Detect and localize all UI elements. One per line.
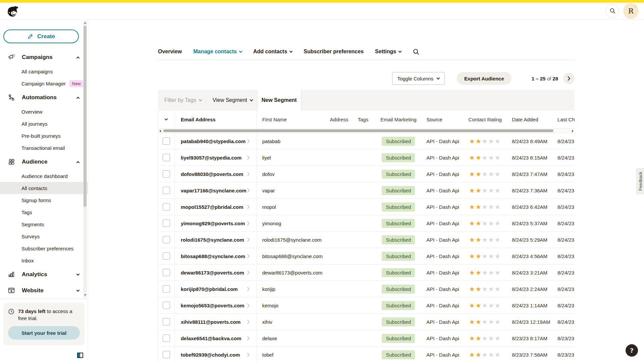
horizontal-scrollbar[interactable] xyxy=(158,128,575,133)
row-checkbox[interactable] xyxy=(163,187,170,194)
toggle-columns-button[interactable]: Toggle Columns xyxy=(392,72,445,85)
sidebar-scrollbar[interactable] xyxy=(83,21,87,297)
scroll-left-arrow-icon[interactable] xyxy=(159,130,161,132)
sidebar-item-pre-built-journeys[interactable]: Pre-built journeys xyxy=(0,130,88,142)
sidebar-section-analytics[interactable]: Analytics xyxy=(0,266,88,283)
chevron-right-icon[interactable] xyxy=(247,353,250,357)
sidebar-section-campaigns[interactable]: Campaigns xyxy=(0,49,88,65)
row-checkbox[interactable] xyxy=(163,137,170,145)
contact-email[interactable]: tobef92939@chodyi.com xyxy=(181,352,240,358)
sidebar-item-transactional-email[interactable]: Transactional email xyxy=(0,142,88,154)
row-checkbox[interactable] xyxy=(163,285,170,293)
tab-overview[interactable]: Overview xyxy=(158,49,182,55)
chevron-right-icon[interactable] xyxy=(247,320,250,324)
contact-email[interactable]: liyel93057@stypedia.com xyxy=(181,155,241,161)
row-checkbox[interactable] xyxy=(163,351,170,358)
chevron-right-icon[interactable] xyxy=(247,188,250,193)
tab-settings[interactable]: Settings xyxy=(375,49,401,55)
contact-email[interactable]: dewar86173@poverts.com xyxy=(181,270,244,276)
column-first-name[interactable]: First Name xyxy=(257,117,326,122)
row-checkbox[interactable] xyxy=(163,236,170,243)
row-checkbox[interactable] xyxy=(163,318,170,325)
select-all-dropdown[interactable] xyxy=(158,111,175,128)
column-email[interactable]: Email Address xyxy=(181,117,216,122)
sidebar-item-audience-dashboard[interactable]: Audience dashboard xyxy=(0,170,88,182)
column-last-changed[interactable]: Last Changed xyxy=(555,117,575,122)
contact-email[interactable]: rolodi1675@synclane.com xyxy=(181,237,244,243)
sidebar-item-all-journeys[interactable]: All journeys xyxy=(0,118,88,130)
row-checkbox[interactable] xyxy=(163,252,170,260)
row-checkbox[interactable] xyxy=(163,302,170,309)
contact-email[interactable]: vapar17166@synclane.com xyxy=(181,188,247,193)
tabs-search-button[interactable] xyxy=(413,48,420,55)
export-audience-button[interactable]: Export Audience xyxy=(457,72,512,85)
chevron-right-icon[interactable] xyxy=(247,270,250,275)
chevron-right-icon[interactable] xyxy=(247,156,250,160)
sidebar-item-inbox[interactable]: Inbox xyxy=(0,254,88,266)
sidebar-scrollbar-thumb[interactable] xyxy=(84,26,87,207)
contact-email[interactable]: korijip870@pbridal.com xyxy=(181,286,238,292)
chevron-right-icon[interactable] xyxy=(247,139,250,143)
horizontal-scrollbar-thumb[interactable] xyxy=(163,129,553,132)
new-segment-button[interactable]: New Segment xyxy=(257,90,301,111)
sidebar-item-overview[interactable]: Overview xyxy=(0,106,88,118)
scroll-up-arrow-icon[interactable] xyxy=(84,22,87,24)
chevron-right-icon[interactable] xyxy=(247,254,250,258)
contact-email[interactable]: patabab940@stypedia.com xyxy=(181,138,246,144)
contact-email[interactable]: bitosap688@synclane.com xyxy=(181,253,245,259)
column-source[interactable]: Source xyxy=(423,117,466,122)
contact-email[interactable]: mopol15527@pbridal.com xyxy=(181,204,243,210)
contact-email[interactable]: xihiv88111@poverts.com xyxy=(181,319,240,325)
chevron-right-icon[interactable] xyxy=(247,205,250,209)
chevron-right-icon[interactable] xyxy=(247,238,250,242)
row-checkbox[interactable] xyxy=(163,220,170,227)
collapse-sidebar-icon[interactable] xyxy=(77,353,83,358)
table-row: tobef92939@chodyi.com tobef Subscribed A… xyxy=(158,347,575,362)
sidebar-section-audience[interactable]: Audience xyxy=(0,154,88,170)
help-button[interactable]: ? xyxy=(626,344,638,357)
contact-email[interactable]: kemojo5653@poverts.com xyxy=(181,303,245,308)
view-segment-dropdown[interactable]: View Segment xyxy=(213,90,253,111)
row-checkbox[interactable] xyxy=(163,269,170,276)
sidebar-item-tags[interactable]: Tags xyxy=(0,206,88,218)
mailchimp-logo[interactable] xyxy=(5,4,21,18)
scroll-right-arrow-icon[interactable] xyxy=(572,130,574,132)
column-contact-rating[interactable]: Contact Rating xyxy=(466,117,504,122)
row-checkbox[interactable] xyxy=(163,170,170,178)
chevron-right-icon[interactable] xyxy=(247,221,250,226)
header-search-button[interactable] xyxy=(606,4,619,18)
chevron-right-icon[interactable] xyxy=(247,287,250,291)
column-address[interactable]: Address xyxy=(326,117,353,122)
next-page-button[interactable] xyxy=(563,73,575,84)
row-checkbox[interactable] xyxy=(163,335,170,342)
scroll-down-arrow-icon[interactable] xyxy=(84,294,87,296)
sidebar-item-signup-forms[interactable]: Signup forms xyxy=(0,194,88,206)
sidebar-item-campaign-manager[interactable]: Campaign ManagerNew xyxy=(0,77,88,89)
account-avatar[interactable]: ✶ R xyxy=(623,3,639,19)
row-checkbox[interactable] xyxy=(163,154,170,161)
chevron-right-icon[interactable] xyxy=(247,172,250,176)
contact-email[interactable]: dofov88030@poverts.com xyxy=(181,171,243,177)
column-date-added[interactable]: Date Added xyxy=(504,117,555,122)
sidebar-item-all-contacts[interactable]: All contacts xyxy=(0,182,88,194)
start-free-trial-button[interactable]: Start your free trial xyxy=(8,326,80,340)
sidebar-item-surveys[interactable]: Surveys xyxy=(0,230,88,242)
filter-by-tags-dropdown[interactable]: Filter by Tags xyxy=(164,90,202,111)
sidebar-item-all-campaigns[interactable]: All campaigns xyxy=(0,65,88,77)
tab-add-contacts[interactable]: Add contacts xyxy=(253,49,292,55)
tab-subscriber-preferences[interactable]: Subscriber preferences xyxy=(304,49,364,55)
contact-email[interactable]: delaxe6541@backva.com xyxy=(181,336,241,341)
column-email-marketing[interactable]: Email Marketing xyxy=(374,117,423,122)
chevron-right-icon[interactable] xyxy=(247,336,250,341)
row-checkbox[interactable] xyxy=(163,203,170,210)
sidebar-item-segments[interactable]: Segments xyxy=(0,218,88,230)
create-button[interactable]: Create xyxy=(3,29,79,43)
tab-manage-contacts[interactable]: Manage contacts xyxy=(193,49,242,55)
sidebar-section-automations[interactable]: Automations xyxy=(0,89,88,106)
sidebar-section-website[interactable]: Website xyxy=(0,283,88,299)
sidebar-item-subscriber-preferences[interactable]: Subscriber preferences xyxy=(0,242,88,254)
contact-email[interactable]: yimonog929@poverts.com xyxy=(181,221,245,226)
chevron-right-icon[interactable] xyxy=(247,303,250,308)
feedback-tab[interactable]: Feedback xyxy=(636,168,644,194)
column-tags[interactable]: Tags xyxy=(353,117,374,122)
